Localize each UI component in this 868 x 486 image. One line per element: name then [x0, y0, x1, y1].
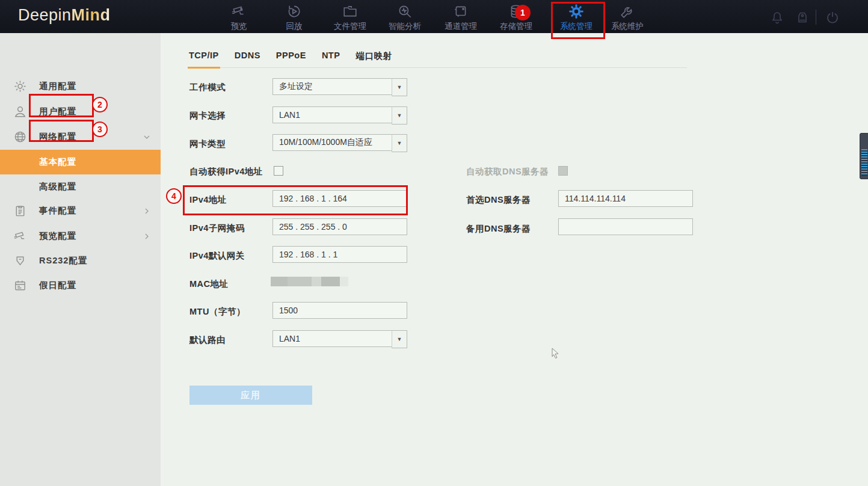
dropdown-arrow-icon: ▼ [392, 330, 407, 348]
gateway-value: 192 . 168 . 1 . 1 [279, 250, 337, 259]
scroll-handle-stripes [861, 149, 867, 176]
sidebar: 通用配置 用户配置 网络配置 基本配置 高级配置 事件配置 预览配置 [0, 33, 161, 486]
work-mode-label: 工作模式 [189, 82, 226, 93]
clipboard-icon [13, 204, 27, 218]
tab-tcpip[interactable]: TCP/IP [188, 51, 220, 62]
subnet-mask-input[interactable]: 255 . 255 . 255 . 0 [272, 218, 407, 235]
preferred-dns-input[interactable]: 114.114.114.114 [558, 190, 693, 207]
sidebar-item-advanced-config[interactable]: 高级配置 [0, 174, 161, 199]
ipv4-address-label: IPv4地址 [189, 194, 227, 206]
tab-port-mapping[interactable]: 端口映射 [354, 51, 393, 62]
preview-camera-icon [231, 4, 247, 19]
sidebar-item-label: 通用配置 [39, 81, 76, 92]
mtu-value: 1500 [279, 306, 298, 315]
gateway-label: IPv4默认网关 [189, 250, 245, 262]
work-mode-dropdown[interactable]: 多址设定 ▼ [272, 78, 393, 95]
sidebar-item-basic-config[interactable]: 基本配置 [0, 150, 161, 174]
nav-label: 系统维护 [611, 21, 644, 32]
nav-label: 通道管理 [445, 21, 477, 32]
gear-icon [13, 79, 27, 93]
mtu-input[interactable]: 1500 [272, 302, 407, 319]
playback-icon [286, 4, 302, 19]
file-management-folder-icon [342, 4, 358, 19]
sidebar-item-label: 假日配置 [39, 280, 76, 291]
annotation-badge-step3: 3 [92, 122, 108, 137]
sidebar-item-preview-config[interactable]: 预览配置 [0, 224, 161, 248]
tab-ntp[interactable]: NTP [321, 51, 342, 62]
subnet-mask-value: 255 . 255 . 255 . 0 [279, 222, 347, 232]
annotation-badge-step1: 1 [515, 5, 531, 20]
preferred-dns-label: 首选DNS服务器 [466, 194, 531, 206]
work-mode-value: 多址设定 [279, 81, 313, 92]
camera-icon [13, 229, 27, 243]
nic-select-dropdown[interactable]: LAN1 ▼ [272, 106, 393, 123]
chevron-right-icon [142, 206, 152, 216]
auto-ipv4-label: 自动获得IPv4地址 [189, 166, 263, 177]
scroll-handle[interactable] [860, 133, 868, 179]
system-management-gear-icon [568, 4, 584, 19]
nav-label: 回放 [286, 21, 303, 32]
network-tabs: TCP/IP DDNS PPPoE NTP 端口映射 [188, 51, 687, 68]
sidebar-item-label: 基本配置 [39, 156, 76, 168]
calendar-icon [13, 278, 27, 292]
channel-management-icon [453, 4, 469, 19]
sidebar-item-label: 高级配置 [39, 181, 76, 192]
ipv4-address-input[interactable]: 192 . 168 . 1 . 164 [272, 190, 407, 207]
apply-button[interactable]: 应用 [189, 386, 312, 405]
sidebar-item-label: 预览配置 [39, 230, 76, 242]
alternate-dns-input[interactable] [558, 218, 693, 235]
nvr-config-screen: DeepinMind 预览 回放 文件管理 智能分析 通道管理 存储管理 系统管… [0, 0, 868, 486]
nav-label: 预览 [231, 21, 247, 32]
alarm-host-icon[interactable] [795, 10, 810, 25]
smart-analysis-magnifier-icon [397, 4, 413, 19]
rs232-plug-icon [13, 254, 27, 268]
nav-label: 智能分析 [389, 21, 421, 32]
sidebar-item-holiday-config[interactable]: 假日配置 [0, 273, 161, 298]
annotation-badge-step4: 4 [166, 188, 182, 204]
nic-select-value: LAN1 [279, 110, 300, 120]
sidebar-item-label: RS232配置 [39, 255, 87, 266]
topnav-item-system-maintenance[interactable]: 系统维护 [594, 4, 660, 32]
system-maintenance-wrench-icon [620, 4, 635, 19]
nav-label: 文件管理 [334, 21, 366, 32]
sidebar-item-general-config[interactable]: 通用配置 [0, 74, 161, 99]
preferred-dns-value: 114.114.114.114 [565, 194, 626, 203]
auto-dns-label: 自动获取DNS服务器 [466, 166, 549, 177]
auto-dns-checkbox[interactable] [558, 166, 568, 176]
mac-address-redacted-value [271, 277, 348, 286]
subnet-mask-label: IPv4子网掩码 [189, 223, 245, 234]
gateway-input[interactable]: 192 . 168 . 1 . 1 [272, 246, 407, 263]
nav-label: 存储管理 [500, 21, 532, 32]
sidebar-item-label: 事件配置 [39, 205, 76, 217]
nav-label: 系统管理 [560, 21, 593, 32]
power-icon[interactable] [825, 10, 840, 25]
mac-address-label: MAC地址 [189, 278, 229, 290]
notification-bell-icon[interactable] [770, 10, 784, 25]
brand-logo: DeepinMind [18, 6, 111, 25]
sidebar-item-event-config[interactable]: 事件配置 [0, 198, 161, 223]
globe-icon [13, 130, 27, 144]
alternate-dns-label: 备用DNS服务器 [466, 223, 531, 235]
default-route-dropdown[interactable]: LAN1 ▼ [272, 330, 393, 347]
nic-type-label: 网卡类型 [189, 138, 226, 150]
brand-part1: Deepin [18, 6, 72, 24]
annotation-badge-step2: 2 [92, 97, 108, 112]
nic-type-dropdown[interactable]: 10M/100M/1000M自适应 ▼ [272, 134, 393, 151]
nic-type-value: 10M/100M/1000M自适应 [279, 137, 372, 148]
sidebar-item-user-config[interactable]: 用户配置 [0, 99, 161, 124]
topbar-divider [816, 10, 816, 25]
dropdown-arrow-icon: ▼ [392, 134, 407, 152]
tab-ddns[interactable]: DDNS [233, 51, 262, 62]
sidebar-item-label: 用户配置 [39, 106, 76, 117]
brand-part2: Mind [72, 6, 111, 24]
chevron-down-icon [142, 132, 152, 142]
sidebar-item-rs232-config[interactable]: RS232配置 [0, 248, 161, 273]
tab-pppoe[interactable]: PPPoE [275, 51, 307, 62]
default-route-label: 默认路由 [189, 334, 226, 346]
nic-select-label: 网卡选择 [189, 110, 226, 122]
sidebar-item-network-config[interactable]: 网络配置 [0, 125, 161, 149]
auto-ipv4-checkbox[interactable] [274, 166, 283, 176]
chevron-right-icon [142, 232, 152, 241]
mtu-label: MTU（字节） [189, 306, 245, 318]
mouse-cursor [550, 347, 561, 360]
